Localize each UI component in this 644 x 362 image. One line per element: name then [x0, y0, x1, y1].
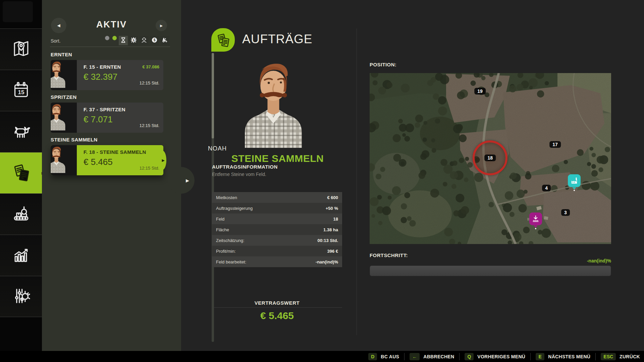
sidebar-item-animals[interactable]: ▶ — [0, 111, 42, 152]
sort-button-gear-money[interactable]: $ — [129, 36, 138, 45]
sort-button-coin[interactable]: $ — [150, 36, 159, 45]
detail-label: Mietkosten — [216, 195, 237, 200]
detail-value: -nan(ind)% — [316, 259, 338, 264]
sidebar-item-calendar[interactable]: 15▶ — [0, 70, 42, 111]
detail-row: Profit/min: 396 € — [212, 246, 342, 256]
action-label: VORHERIGES MENÜ — [477, 354, 525, 359]
detail-value: € 600 — [327, 195, 338, 200]
detail-row: Auftragssteigerung +50 % — [212, 203, 342, 214]
contract-info-label: AUFTRAGSINFORMATION — [212, 164, 278, 170]
detail-row: Feld 18 — [212, 214, 342, 224]
npc-portrait — [231, 56, 315, 148]
chevron-right-icon: ▶ — [160, 24, 163, 27]
detail-label: Auftragssteigerung — [216, 206, 253, 211]
divider — [530, 353, 531, 360]
contract-card[interactable]: F. 37 - SPRITZEN € 7.071 12:15 Std. ▶ — [51, 103, 163, 133]
sidebar-item-contracts[interactable]: ▶ — [0, 152, 42, 193]
position-label: POSITION: — [370, 62, 396, 67]
contract-card-time: 12:15 Std. — [140, 166, 159, 171]
npc-thumbnail — [51, 60, 77, 90]
sidebar-item-production[interactable]: ▶ — [0, 193, 42, 235]
contracts-screen: ▶15▶▶▶▶▶▶ ◀ AKTIV ▶ Sort. $$ ERNTEN F. 1… — [0, 0, 644, 362]
detail-value: 18 — [333, 217, 338, 222]
sort-label: Sort. — [51, 38, 61, 44]
key-cap[interactable]: D — [368, 353, 377, 360]
action-zurück: ESC ZURÜCK — [601, 353, 640, 360]
detail-label: Feld bearbeitet: — [216, 259, 246, 264]
divider — [212, 307, 342, 308]
page-title: AUFTRÄGE — [242, 32, 312, 46]
field-marker-17: 17 — [549, 141, 561, 148]
settings-icon — [10, 285, 32, 308]
action-abbrechen: ← ABBRECHEN — [410, 353, 454, 360]
contract-group: ERNTEN F. 15 - ERNTEN € 32.397 € 37.086 … — [51, 52, 163, 90]
key-cap[interactable]: Q — [465, 353, 474, 360]
sidebar: ▶15▶▶▶▶▶▶ — [0, 0, 42, 351]
progress-value: -nan(ind)% — [370, 258, 611, 263]
detail-label: Fläche — [216, 227, 229, 232]
contracts-icon — [214, 31, 232, 49]
key-cap[interactable]: E — [536, 353, 544, 360]
tractor-icon — [162, 37, 168, 45]
scrollbar-thumb[interactable] — [212, 53, 214, 138]
contract-card-title: F. 37 - SPRITZEN — [84, 107, 159, 112]
contract-card-reward: € 37.086 — [142, 64, 159, 69]
detail-value: +50 % — [326, 206, 338, 211]
detail-value: 00:13 Std. — [318, 238, 338, 243]
sort-button-tractor[interactable] — [160, 36, 169, 45]
production-icon — [10, 202, 32, 226]
action-label: ABBRECHEN — [423, 354, 454, 359]
contract-details-table: Mietkosten € 600 Auftragssteigerung +50 … — [212, 192, 342, 267]
contract-card[interactable]: F. 15 - ERNTEN € 32.397 € 37.086 12:15 S… — [51, 60, 163, 90]
sidebar-item-map[interactable]: ▶ — [0, 28, 42, 70]
action-label: NÄCHSTES MENÜ — [548, 354, 590, 359]
npc-thumbnail — [51, 145, 77, 175]
sort-buttons: $$ — [119, 36, 169, 45]
field-marker-18: 18 — [484, 155, 496, 161]
detail-value: 1.38 ha — [323, 227, 338, 232]
contract-groups: ERNTEN F. 15 - ERNTEN € 32.397 € 37.086 … — [51, 50, 163, 179]
detail-label: Profit/min: — [216, 249, 236, 254]
animals-icon — [10, 120, 32, 143]
selling-poi — [529, 213, 542, 225]
contract-group: SPRITZEN F. 37 - SPRITZEN € 7.071 12:15 … — [51, 94, 163, 133]
factory-icon — [570, 176, 579, 185]
key-cap[interactable]: ← — [410, 353, 420, 360]
progress-label: FORTSCHRITT: — [370, 252, 408, 258]
pager-dot-inactive[interactable] — [105, 36, 109, 40]
field-marker-3: 3 — [561, 209, 570, 216]
sidebar-item-statistics[interactable]: ▶ — [0, 235, 42, 276]
contract-card[interactable]: F. 18 - STEINE SAMMELN € 5.465 12:15 Std… — [51, 145, 163, 175]
contract-description: Entferne Steine vom Feld. — [212, 172, 266, 177]
selected-card-arrow: ▶ — [162, 158, 165, 163]
contract-title: STEINE SAMMELN — [206, 153, 349, 164]
next-page-button[interactable]: ▶ — [156, 20, 167, 31]
contracts-list-panel: ◀ AKTIV ▶ Sort. $$ ERNTEN F. 15 - ERNTEN… — [42, 0, 181, 351]
action-vorheriges-menü: Q VORHERIGES MENÜ — [465, 353, 525, 360]
action-nächstes-menü: E NÄCHSTES MENÜ — [536, 353, 590, 360]
group-label: ERNTEN — [51, 52, 163, 57]
map-icon — [10, 38, 32, 61]
detail-row: Zeitschätzung: 00:13 Std. — [212, 235, 342, 246]
divider — [357, 28, 357, 335]
svg-text:$: $ — [133, 38, 135, 42]
contract-group: STEINE SAMMELN F. 18 - STEINE SAMMELN € … — [51, 137, 163, 175]
pager-dots — [105, 36, 117, 40]
sort-button-person[interactable] — [140, 36, 149, 45]
contract-card-time: 12:15 Std. — [140, 123, 159, 128]
sell-point-icon — [531, 215, 540, 223]
action-label: BC AUS — [381, 354, 399, 359]
key-cap[interactable]: ESC — [601, 353, 616, 360]
app-logo — [3, 1, 33, 22]
detail-label: Feld — [216, 217, 224, 222]
sort-button-hourglass[interactable] — [119, 36, 128, 45]
contract-value: € 5.465 — [212, 310, 342, 321]
production-poi — [568, 174, 581, 187]
action-label: ZURÜCK — [620, 354, 640, 359]
sidebar-item-settings[interactable]: ▶ — [0, 276, 42, 317]
gear-money-icon: $ — [130, 37, 137, 45]
pager-dot-active[interactable] — [112, 36, 117, 40]
contract-value-label: VERTRAGSWERT — [212, 300, 342, 306]
contracts-icon — [10, 161, 32, 185]
panel-expand-handle[interactable]: ▶ — [168, 167, 195, 194]
